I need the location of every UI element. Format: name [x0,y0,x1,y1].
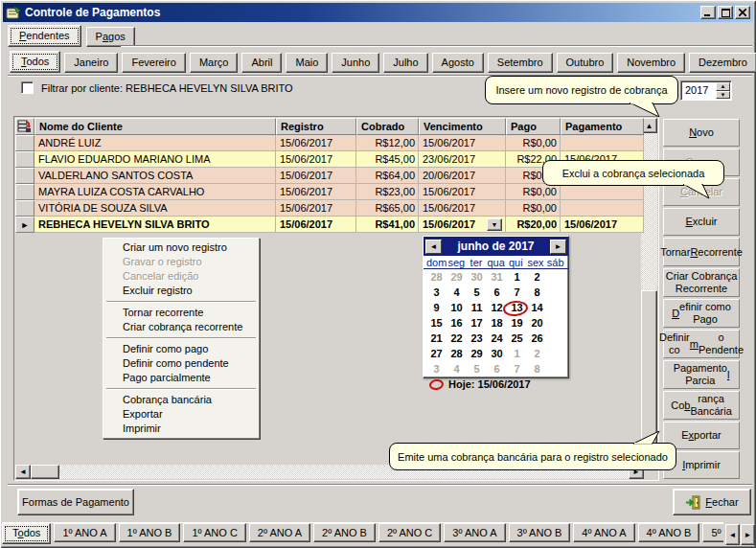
column-header-registro[interactable]: Registro [276,118,356,135]
menu-item-exportar[interactable]: Exportar [104,407,258,422]
definir-como-pendente-button[interactable]: Definir comoPendente [663,330,740,358]
menu-item-imprimir[interactable]: Imprimir [104,422,258,436]
class-tab-1-ano-a[interactable]: 1º ANO A [54,523,115,542]
grid-options-icon[interactable] [15,118,34,135]
calendar-day[interactable]: 16 [447,316,467,331]
scroll-left-icon[interactable]: ◄ [15,465,31,479]
calendar-day[interactable]: 24 [487,331,507,347]
class-tab-3-ano-a[interactable]: 3º ANO A [444,523,505,542]
cell-cobrado[interactable]: R$12,00 [356,135,419,151]
month-tab-outubro[interactable]: Outubro [557,53,614,73]
calendar-day[interactable]: 3 [426,362,447,377]
calendar-day[interactable]: 2 [527,270,547,285]
menu-item-excluir-registro[interactable]: Excluir registro [104,284,258,298]
calendar-day[interactable]: 5 [467,285,487,301]
cell-nome-do-cliente[interactable]: VALDERLANO SANTOS COSTA [34,168,276,184]
calendar-day[interactable]: 10 [447,301,467,316]
month-tab-maio[interactable]: Maio [286,53,328,73]
class-tab-1-ano-c[interactable]: 1º ANO C [183,523,245,542]
menu-item-cancelar-ediç-o[interactable]: Cancelar edição [104,269,258,284]
due-date-dropdown-icon[interactable]: ▼ [487,218,502,231]
month-tab-agosto[interactable]: Agosto [432,53,484,73]
month-tab-mar-o[interactable]: Março [190,53,239,73]
filter-checkbox[interactable] [21,81,34,94]
month-tab-fevereiro[interactable]: Fevereiro [122,53,185,73]
class-tab-2-ano-c[interactable]: 2º ANO C [378,523,441,542]
calendar-day-today[interactable]: 15 [426,316,447,331]
tabs-scroll-left-icon[interactable]: ◄ [725,524,740,545]
cell-pagamento[interactable] [561,200,644,217]
menu-item-pago-parcialmente[interactable]: Pago parcialmente [104,371,258,385]
calendar-day[interactable]: 4 [447,362,467,377]
calendar-day[interactable]: 31 [487,270,507,285]
cell-registro[interactable]: 15/06/2017 [276,168,356,184]
column-header-vencimento[interactable]: Vencimento [419,118,506,135]
cell-pago[interactable]: R$0,00 [506,200,561,217]
cell-pago[interactable]: R$20,00 [506,217,561,233]
table-row[interactable]: ►REBHECA HEVELYN SILVA BRITO15/06/2017R$… [15,217,644,233]
column-header-cobrado[interactable]: Cobrado [356,118,419,135]
month-tab-dezembro[interactable]: Dezembro [689,53,756,73]
year-value[interactable]: 2017 [681,81,716,100]
cell-pago[interactable]: R$0,00 [506,184,561,200]
cell-vencimento[interactable]: 15/06/2017 [419,184,506,200]
tabs-scroll-right-icon[interactable]: ► [741,524,755,545]
year-spinner[interactable]: 2017 ▲ ▼ [680,80,732,101]
menu-item-definir-como-pendente[interactable]: Definir como pendente [104,356,258,371]
month-tab-junho[interactable]: Junho [332,53,379,73]
maximize-button[interactable] [718,6,733,19]
calendar-prev-icon[interactable]: ◄ [425,240,442,254]
cell-pago[interactable]: R$0,00 [506,135,561,151]
cell-cobrado[interactable]: R$23,00 [356,184,419,200]
calendar-day[interactable]: 6 [487,362,507,377]
close-form-button[interactable]: Fechar [673,489,751,515]
table-row[interactable]: MAYRA LUIZA COSTA CARVALHO15/06/2017R$23… [15,184,644,200]
calendar-day[interactable]: 8 [527,362,547,377]
cell-nome-do-cliente[interactable]: ANDRÉ LUIZ [34,135,276,151]
calendar-next-icon[interactable]: ► [550,240,566,254]
cell-nome-do-cliente[interactable]: MAYRA LUIZA COSTA CARVALHO [34,184,276,200]
tab-pagos[interactable]: Pagos [86,27,135,47]
calendar-day[interactable]: 20 [527,316,547,331]
month-tab-janeiro[interactable]: Janeiro [64,53,118,73]
cell-cobrado[interactable]: R$41,00 [356,217,419,233]
calendar-day[interactable]: 4 [447,285,467,301]
year-spin-up-icon[interactable]: ▲ [716,82,730,91]
calendar-day[interactable]: 11 [467,301,487,316]
calendar-day[interactable]: 14 [527,301,547,316]
tab-pendentes[interactable]: Pendentes [8,25,81,47]
cell-nome-do-cliente[interactable]: VITÓRIA DE SOUZA SILVA [34,200,276,217]
class-tab-4-ano-b[interactable]: 4º ANO B [638,523,700,542]
menu-item-criar-cobrança-recorrente[interactable]: Criar cobrança recorrente [104,320,258,334]
class-tab-3-ano-b[interactable]: 3º ANO B [509,523,571,542]
menu-item-gravar-o-registro[interactable]: Gravar o registro [104,255,258,269]
calendar-today-label[interactable]: Hoje: 15/06/2017 [448,378,531,390]
cell-vencimento[interactable]: 15/06/2017▼ [419,217,506,233]
cell-registro[interactable]: 15/06/2017 [276,184,356,200]
month-tab-julho[interactable]: Julho [383,53,427,73]
cell-vencimento[interactable]: 23/06/2017 [419,151,506,168]
cell-cobrado[interactable]: R$45,00 [356,151,419,168]
calendar-day[interactable]: 9 [426,301,447,316]
calendar-day[interactable]: 30 [467,270,487,285]
calendar-day[interactable]: 19 [507,316,527,331]
calendar-day[interactable]: 5 [467,362,487,377]
calendar-day[interactable]: 1 [507,347,527,362]
class-tab-5-ano-a[interactable]: 5º ANO A [702,523,723,542]
calendar-day[interactable]: 28 [426,270,447,285]
calendar-day[interactable]: 2 [527,347,547,362]
cell-vencimento[interactable]: 20/06/2017 [419,168,506,184]
cell-registro[interactable]: 15/06/2017 [276,151,356,168]
calendar-day[interactable]: 17 [467,316,487,331]
cell-nome-do-cliente[interactable]: FLAVIO EDUARDO MARIANO LIMA [34,151,276,168]
year-spin-down-icon[interactable]: ▼ [716,91,730,100]
calendar-day[interactable]: 26 [527,331,547,347]
pagamento-parcial-button[interactable]: PagamentoParcial [663,360,740,389]
calendar-day[interactable]: 28 [447,347,467,362]
cobrança-banc-ria-button[interactable]: CobrançaBancária [663,391,740,420]
menu-item-tornar-recorrente[interactable]: Tornar recorrente [104,306,258,320]
month-tab-setembro[interactable]: Setembro [488,53,553,73]
calendar-day[interactable]: 22 [447,331,467,347]
month-tab-todos[interactable]: Todos [10,51,60,73]
cell-vencimento[interactable]: 15/06/2017 [419,135,506,151]
